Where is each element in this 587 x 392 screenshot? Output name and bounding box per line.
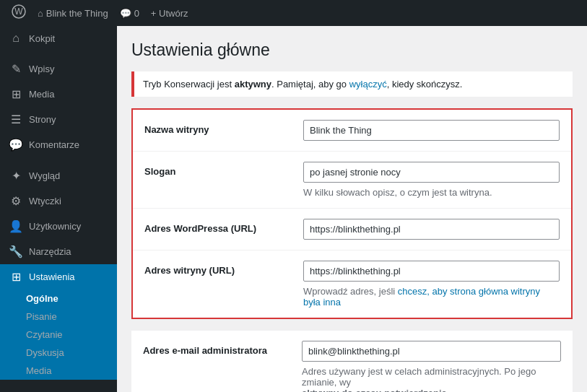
label-site-name: Nazwa witryny [144,120,303,135]
tools-icon: 🔧 [9,245,23,258]
top-bar: W ⌂ Blink the Thing 💬 0 + Utwórz [0,0,587,26]
form-row-site-name: Nazwa witryny [133,110,571,152]
settings-submenu: Ogólne Pisanie Czytanie Dyskusja Media [0,289,117,380]
notice-text-bold: aktywny [235,79,271,90]
input-wp-url[interactable] [303,219,560,240]
label-site-url: Adres witryny (URL) [144,261,303,276]
site-name-link[interactable]: ⌂ Blink the Thing [32,0,114,26]
sidebar-item-label: Strony [29,114,56,125]
submenu-item-media[interactable]: Media [0,362,117,380]
content-area: Ustawienia główne Tryb Konserwacji jest … [117,26,587,392]
maintenance-notice: Tryb Konserwacji jest aktywny. Pamiętaj,… [131,71,573,97]
hint-admin-email-bold: aktywny do czasu potwierdzenia. [302,388,449,392]
sidebar-item-media[interactable]: ⊞ Media [0,82,117,107]
input-slogan[interactable] [303,162,560,183]
page-title: Ustawienia główne [131,40,573,60]
sidebar-item-komentarze[interactable]: 💬 Komentarze [0,132,117,157]
sidebar-item-wyglad[interactable]: ✦ Wygląd [0,163,117,188]
field-site-url: Wprowadź adres, jeśli chcesz, aby strona… [303,261,560,308]
comments-icon: 💬 [120,8,131,19]
home-icon: ⌂ [38,8,43,19]
sidebar-item-label: Wpisy [29,64,54,74]
input-admin-email[interactable] [302,341,561,362]
input-site-name[interactable] [303,120,560,141]
pages-icon: ☰ [9,113,23,126]
hint-admin-email: Adres używany jest w celach administracy… [302,366,561,392]
field-wp-url [303,219,560,240]
sidebar-item-wpisy[interactable]: ✎ Wpisy [0,56,117,82]
sidebar-item-uzytkownicy[interactable]: 👤 Użytkownicy [0,214,117,239]
sidebar-item-label: Ustawienia [29,271,75,282]
sidebar-item-label: Media [29,89,54,100]
site-name-label: Blink the Thing [46,8,108,19]
sidebar-item-label: Użytkownicy [29,221,81,232]
label-wp-url: Adres WordPressa (URL) [144,219,303,234]
submenu-item-ogolne[interactable]: Ogólne [0,289,117,308]
submenu-item-pisanie[interactable]: Pisanie [0,308,117,326]
sidebar-item-ustawienia[interactable]: ⊞ Ustawienia [0,264,117,289]
sidebar-item-label: Kokpit [29,33,55,44]
sidebar-item-label: Wtyczki [29,196,61,206]
notice-text-middle: . Pamiętaj, aby go [271,79,349,90]
sidebar-item-kokpit[interactable]: ⌂ Kokpit [0,26,117,51]
create-label: + Utwórz [151,8,188,19]
users-icon: 👤 [9,219,23,233]
form-row-slogan: Slogan W kilku słowach opisz, o czym jes… [133,152,571,209]
form-row-admin-email: Adres e-mail administratora Adres używan… [131,331,573,392]
field-slogan: W kilku słowach opisz, o czym jest ta wi… [303,162,560,198]
hint-site-url-link[interactable]: chcesz, aby strona główna witryny była i… [303,286,540,308]
submenu-item-czytanie[interactable]: Czytanie [0,326,117,344]
label-admin-email: Adres e-mail administratora [143,341,302,356]
input-site-url[interactable] [303,261,560,282]
notice-link[interactable]: wyłączyć [349,79,387,90]
sidebar-item-strony[interactable]: ☰ Strony [0,107,117,132]
hint-site-url: Wprowadź adres, jeśli chcesz, aby strona… [303,286,560,308]
comments-sidebar-icon: 💬 [9,138,23,152]
create-button[interactable]: + Utwórz [145,0,194,26]
settings-icon: ⊞ [9,270,23,284]
main-settings-form: Nazwa witryny Slogan W kilku słowach opi… [131,108,573,319]
sidebar-item-narzedzia[interactable]: 🔧 Narzędzia [0,239,117,264]
comments-count: 0 [134,8,139,19]
sidebar-item-label: Komentarze [29,139,79,150]
field-admin-email: Adres używany jest w celach administracy… [302,341,561,392]
plugins-icon: ⚙ [9,194,23,208]
posts-icon: ✎ [9,62,23,76]
sidebar-item-label: Wygląd [29,170,60,181]
form-row-site-url: Adres witryny (URL) Wprowadź adres, jeśl… [133,251,571,318]
submenu-item-dyskusja[interactable]: Dyskusja [0,344,117,362]
main-layout: ⌂ Kokpit ✎ Wpisy ⊞ Media ☰ Strony 💬 Kome… [0,26,587,392]
sidebar-item-label: Narzędzia [29,246,71,257]
media-icon: ⊞ [9,87,23,101]
comments-link[interactable]: 💬 0 [114,0,145,26]
sidebar: ⌂ Kokpit ✎ Wpisy ⊞ Media ☰ Strony 💬 Kome… [0,26,117,392]
wp-logo-icon[interactable]: W [6,4,32,22]
form-row-wp-url: Adres WordPressa (URL) [133,209,571,251]
field-site-name [303,120,560,141]
hint-slogan: W kilku słowach opisz, o czym jest ta wi… [303,187,560,198]
svg-text:W: W [14,6,23,17]
label-slogan: Slogan [144,162,303,177]
notice-text-after: , kiedy skończysz. [387,79,463,90]
sidebar-item-wtyczki[interactable]: ⚙ Wtyczki [0,188,117,214]
dashboard-icon: ⌂ [9,32,23,45]
appearance-icon: ✦ [9,169,23,183]
notice-text-before: Tryb Konserwacji jest [143,79,235,90]
